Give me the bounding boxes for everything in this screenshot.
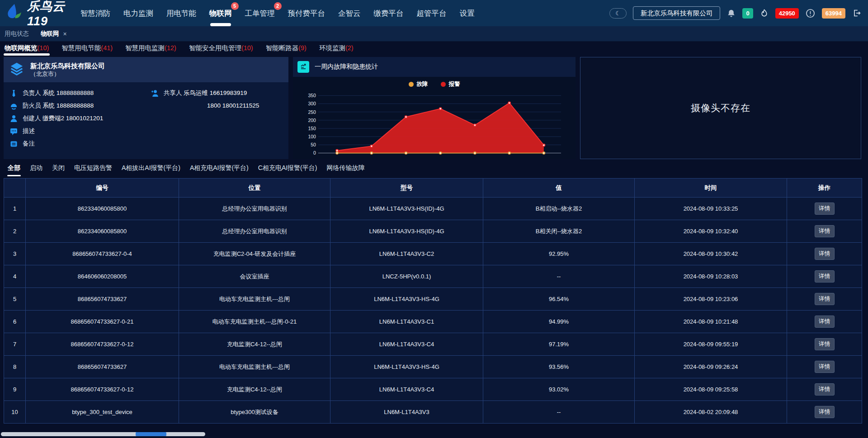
sub-tab-count: (10): [38, 44, 49, 52]
detail-button[interactable]: 详情: [815, 225, 835, 237]
table-header-row: 编号位置型号值时间操作: [4, 179, 862, 198]
field-label: 描述: [23, 125, 42, 137]
sub-tab-smart-breaker[interactable]: 智能断路器(9): [265, 42, 307, 57]
nav-item-qizhiyun[interactable]: 企智云: [338, 0, 361, 26]
nav-item-work-orders[interactable]: 工单管理2: [245, 0, 275, 26]
nav-item-payment[interactable]: 缴费平台: [374, 0, 404, 26]
cell-device-no: 868656074733627-0-4: [26, 243, 179, 265]
nav-item-label: 设置: [460, 9, 475, 17]
detail-button[interactable]: 详情: [815, 406, 835, 418]
table-row: 10btype_300_test_devicebtype300测试设备LN6M-…: [4, 401, 862, 424]
col-header: 值: [483, 179, 635, 198]
cell-location: 总经理办公室用电器识别: [179, 198, 330, 220]
cell-row-index: 4: [4, 265, 26, 288]
field-values: 缴费端2 18001021201: [42, 112, 103, 125]
brand[interactable]: 乐鸟云119: [0, 0, 80, 28]
detail-button[interactable]: 详情: [815, 383, 835, 396]
cell-time: 2024-08-09 09:55:19: [635, 333, 787, 356]
cell-model: LN6M-L1T4A3V3-C2: [330, 243, 483, 265]
moon-icon: ☾: [615, 10, 621, 17]
cell-model: LNCZ-5HP(v0.0.1): [330, 265, 483, 288]
nav-item-label: 电力监测: [123, 9, 153, 17]
filter-tab-c-phase-charge[interactable]: C相充电AI报警(平台): [258, 163, 318, 173]
svg-text:300: 300: [308, 101, 316, 106]
horizontal-scrollbar: [0, 432, 868, 437]
nav-item-superadmin[interactable]: 超管平台: [417, 0, 447, 26]
nav-item-power-monitor[interactable]: 电力监测: [123, 0, 153, 26]
filter-tab-close[interactable]: 关闭: [52, 163, 65, 173]
message-count-badge[interactable]: 0: [742, 8, 753, 19]
detail-button[interactable]: 详情: [815, 316, 835, 328]
logout-icon[interactable]: [852, 8, 862, 18]
page-tab-power-status[interactable]: 用电状态: [5, 30, 29, 38]
nav-item-settings[interactable]: 设置: [460, 0, 475, 26]
nav-item-energy-saving[interactable]: 用电节能: [166, 0, 196, 26]
field-value: 系统 18888888888: [42, 87, 94, 99]
sub-tab-smart-monitor[interactable]: 智慧用电监测(12): [124, 42, 177, 57]
fire-count-badge[interactable]: 42950: [775, 8, 799, 19]
cell-time: 2024-08-09 10:28:03: [635, 265, 787, 288]
col-header: 操作: [787, 179, 862, 198]
warn-count-badge[interactable]: 63994: [822, 8, 845, 19]
nav-item-iot[interactable]: 物联网5: [209, 0, 232, 26]
legend-item-故障[interactable]: 故障: [409, 80, 428, 88]
svg-text:350: 350: [308, 93, 316, 98]
nav-item-label: 缴费平台: [374, 9, 404, 17]
cell-device-no: 864606060208005: [26, 265, 179, 288]
legend-item-报警[interactable]: 报警: [441, 80, 460, 88]
sub-tab-smart-energy[interactable]: 智慧用电节能(41): [61, 42, 113, 57]
detail-button[interactable]: 详情: [815, 293, 835, 305]
cell-location: 电动车充电监测主机---总闸: [179, 356, 330, 378]
detail-button[interactable]: 详情: [815, 361, 835, 373]
legend-label: 报警: [449, 80, 460, 88]
svg-text:50: 50: [311, 142, 316, 147]
tab-close-icon[interactable]: ×: [63, 30, 67, 38]
warning-icon[interactable]: [805, 8, 816, 19]
company-selector[interactable]: 新北京乐鸟科技有限公司: [633, 6, 721, 20]
table-row: 5868656074733627电动车充电监测主机---总闸LN6M-L1T4A…: [4, 288, 862, 311]
cell-location: 充电监测C4-12--总闸: [179, 378, 330, 401]
cell-model: LN6M-L1T4A3V3-C4: [330, 378, 483, 401]
tie-icon: [10, 87, 19, 99]
cell-device-no: 868656074733627-0-21: [26, 311, 179, 333]
cell-action: 详情: [787, 220, 862, 243]
detail-button[interactable]: 详情: [815, 248, 835, 260]
notification-bell-icon[interactable]: [726, 9, 736, 18]
cell-time: 2024-08-02 20:09:48: [635, 401, 787, 424]
filter-tab-network-fault[interactable]: 网络传输故障: [326, 163, 365, 173]
cell-action: 详情: [787, 333, 862, 356]
nav-item-smart-fire[interactable]: 智慧消防: [80, 0, 110, 26]
fire-alarm-icon[interactable]: [760, 9, 769, 18]
sub-tab-safe-power[interactable]: 智能安全用电管理(10): [188, 42, 254, 57]
horizontal-scrollbar-thumb[interactable]: [1, 432, 205, 436]
cell-time: 2024-08-09 10:32:40: [635, 220, 787, 243]
cell-device-no: 862334060085800: [26, 220, 179, 243]
legend-dot: [441, 82, 446, 87]
sub-tab-env-monitor[interactable]: 环境监测(2): [318, 42, 354, 57]
sub-tab-label: 智慧用电节能: [61, 44, 101, 52]
detail-button[interactable]: 详情: [815, 270, 835, 283]
filter-tab-a-phase-charge[interactable]: A相充电AI报警(平台): [189, 163, 249, 173]
company-field-remark: 备注: [4, 137, 288, 150]
horizontal-scrollbar-accent[interactable]: [136, 432, 166, 436]
cell-device-no: 868656074733627: [26, 356, 179, 378]
nav-item-prepaid[interactable]: 预付费平台: [288, 0, 326, 26]
cell-value: 97.19%: [483, 333, 635, 356]
panels-row: 新北京乐鸟科技有限公司 （北京市） 负责人系统 18888888888防火员系统…: [0, 57, 868, 159]
detail-button[interactable]: 详情: [815, 338, 835, 350]
filter-tab-start[interactable]: 启动: [29, 163, 43, 173]
filter-tab-all[interactable]: 全部: [7, 163, 21, 173]
filter-tab-voltage-short-alarm[interactable]: 电压短路告警: [74, 163, 113, 173]
svg-text:150: 150: [308, 126, 316, 131]
sub-tab-iot-overview[interactable]: 物联网概览(10): [4, 42, 50, 57]
device-event-table: 编号位置型号值时间操作 1862334060085800总经理办公室用电器识别L…: [4, 178, 862, 424]
open-page-tabs: 用电状态物联网×: [0, 26, 868, 42]
field-label: 创建人: [23, 112, 42, 125]
company-info-body: 负责人系统 18888888888防火员系统 18888888888创建人缴费端…: [4, 82, 288, 150]
page-tab-iot[interactable]: 物联网×: [41, 30, 67, 38]
filter-tab-a-phase-unplug[interactable]: A相拔出AI报警(平台): [121, 163, 181, 173]
field-value-2: 1800 18001211525: [184, 99, 259, 112]
theme-toggle[interactable]: ☾: [609, 8, 627, 19]
detail-button[interactable]: 详情: [815, 203, 835, 215]
cell-device-no: 868656074733627-0-12: [26, 333, 179, 356]
